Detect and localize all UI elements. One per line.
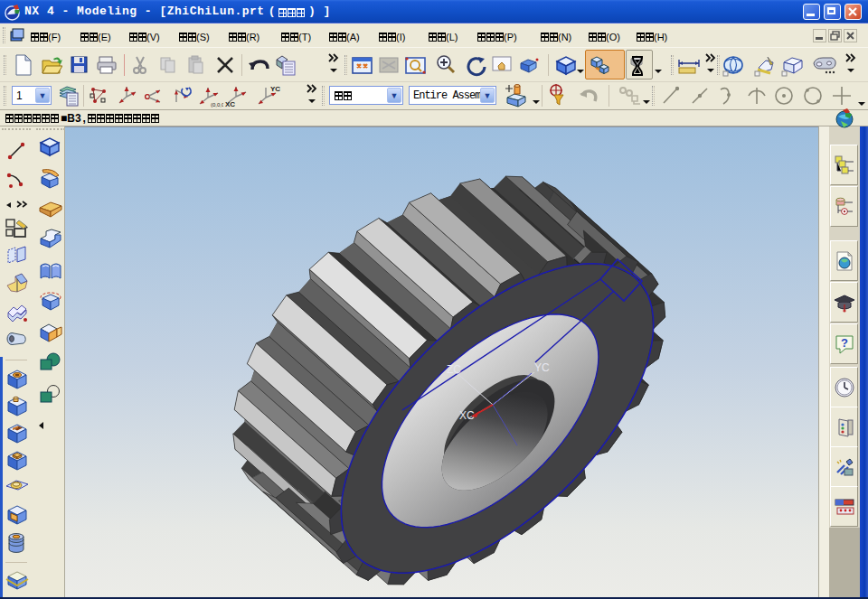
- svg-text:XC: XC: [225, 100, 235, 108]
- svg-text:YC: YC: [534, 361, 550, 374]
- svg-text:(0,0,0): (0,0,0): [211, 102, 223, 108]
- svg-text:ZC: ZC: [447, 363, 461, 376]
- svg-text:?: ?: [841, 336, 848, 350]
- svg-text:YC: YC: [270, 85, 280, 93]
- svg-text:XC: XC: [459, 409, 475, 422]
